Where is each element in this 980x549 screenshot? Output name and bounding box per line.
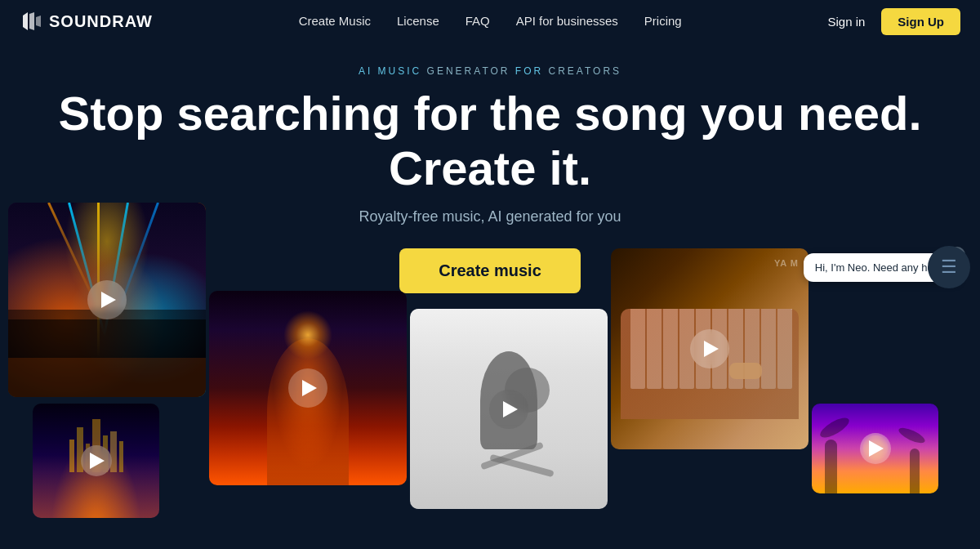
hero-title: Stop searching for the song you need. Cr… (0, 87, 980, 195)
play-button-dancer[interactable] (489, 390, 528, 429)
neo-chat-widget: × Hi, I'm Neo. Need any help? ☰ (804, 253, 967, 282)
badge-generator: GENERATOR (427, 65, 515, 77)
neo-nav-button[interactable]: ☰ (928, 246, 970, 288)
navbar: SOUNDRAW Create Music License FAQ API fo… (0, 0, 980, 42)
nav-pricing[interactable]: Pricing (644, 14, 682, 28)
badge-ai: AI MUSIC (359, 65, 421, 77)
sign-in-button[interactable]: Sign in (827, 15, 865, 29)
video-card-piano[interactable]: YA M (611, 248, 808, 449)
sign-up-button[interactable]: Sign Up (881, 8, 960, 35)
play-button-city[interactable] (81, 445, 112, 476)
badge-for: FOR (515, 65, 543, 77)
hero-title-line1: Stop searching for the song you need. (59, 87, 922, 140)
play-button-concert[interactable] (87, 280, 127, 319)
nav-actions: Sign in Sign Up (827, 8, 960, 35)
hero-badge: AI MUSIC GENERATOR FOR CREATORS (0, 65, 980, 77)
play-button-tropical[interactable] (860, 433, 891, 464)
nav-links: Create Music License FAQ API for busines… (299, 14, 682, 29)
video-card-tropical[interactable] (812, 404, 938, 493)
video-card-disco[interactable] (209, 291, 407, 485)
hero-title-line2: Create it. (389, 141, 591, 194)
video-grid: YA M (0, 203, 980, 518)
video-card-dancer[interactable] (410, 309, 608, 509)
play-button-disco[interactable] (288, 368, 327, 408)
badge-creators: CREATORS (549, 65, 622, 77)
play-button-piano[interactable] (690, 329, 729, 368)
col-left (33, 203, 206, 518)
video-card-concert[interactable] (8, 203, 206, 397)
nav-faq[interactable]: FAQ (466, 14, 490, 28)
nav-license[interactable]: License (397, 14, 439, 28)
nav-api[interactable]: API for businesses (516, 14, 618, 28)
video-card-city[interactable] (33, 404, 159, 518)
logo[interactable]: SOUNDRAW (20, 9, 153, 33)
nav-create-music[interactable]: Create Music (299, 14, 371, 28)
logo-text: SOUNDRAW (49, 12, 153, 31)
